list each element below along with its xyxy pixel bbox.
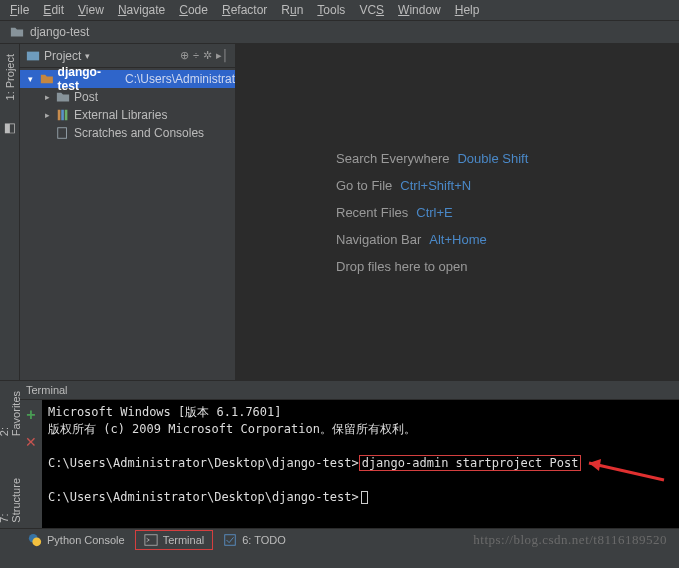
cursor-icon [361,491,368,504]
bottom-todo[interactable]: 6: TODO [215,531,294,549]
menu-help[interactable]: Help [449,2,486,18]
chevron-right-icon[interactable]: ▸ [42,110,52,120]
folder-icon [10,25,24,39]
project-tree: ▾ django-test C:\Users\Administrat ▸ Pos… [20,68,235,144]
svg-rect-4 [58,128,67,139]
status-bar: Python Console Terminal 6: TODO https://… [0,528,679,550]
highlighted-command: django-admin startproject Post [359,455,582,471]
chevron-right-icon[interactable]: ▸ [42,92,52,102]
watermark: https://blog.csdn.net/t8116189520 [473,532,667,548]
project-tool-window: Project ▾ ⊕ ÷ ✲ ▸│ ▾ django-test C:\User… [20,44,236,380]
scratch-icon [56,126,70,140]
menu-view[interactable]: View [72,2,110,18]
hint-goto: Go to FileCtrl+Shift+N [336,178,679,193]
tab-project[interactable]: 1: Project [2,48,18,106]
menu-refactor[interactable]: Refactor [216,2,273,18]
menu-window[interactable]: Window [392,2,447,18]
tree-root[interactable]: ▾ django-test C:\Users\Administrat [20,70,235,88]
tree-item-scratch[interactable]: Scratches and Consoles [20,124,235,142]
project-panel-header: Project ▾ ⊕ ÷ ✲ ▸│ [20,44,235,68]
divide-icon[interactable]: ÷ [193,49,199,62]
menu-run[interactable]: Run [275,2,309,18]
breadcrumb-project[interactable]: django-test [30,25,89,39]
tree-root-path: C:\Users\Administrat [125,72,235,86]
menu-file[interactable]: FFileile [4,2,35,18]
tree-root-name: django-test [58,65,121,93]
menu-navigate[interactable]: Navigate [112,2,171,18]
chevron-down-icon[interactable]: ▾ [26,74,36,84]
menu-vcs[interactable]: VCS [353,2,390,18]
breadcrumb: django-test [0,20,679,44]
library-icon [56,108,70,122]
tree-item-external[interactable]: ▸ External Libraries [20,106,235,124]
tab-structure-marker[interactable]: ◨ [0,116,19,143]
new-session-icon[interactable]: + [26,406,35,424]
bottom-terminal[interactable]: Terminal [135,530,214,550]
svg-rect-2 [61,110,64,121]
tree-label: Scratches and Consoles [74,126,204,140]
bottom-python-console[interactable]: Python Console [20,531,133,549]
svg-rect-3 [65,110,68,121]
terminal-output[interactable]: Microsoft Windows [版本 6.1.7601] 版权所有 (c)… [42,400,679,528]
menu-bar: FFileile Edit View Navigate Code Refacto… [0,0,679,20]
tab-structure[interactable]: 7: Structure [0,472,24,529]
gear-icon[interactable]: ✲ [203,49,212,62]
folder-icon [40,72,54,86]
tab-favorites[interactable]: 2: Favorites [0,385,24,442]
python-icon [28,533,42,547]
tree-item-post[interactable]: ▸ Post [20,88,235,106]
svg-rect-8 [225,534,236,545]
project-icon [26,49,40,63]
tree-label: External Libraries [74,108,167,122]
hint-navbar: Navigation BarAlt+Home [336,232,679,247]
terminal-icon [144,533,158,547]
chevron-down-icon[interactable]: ▾ [85,51,90,61]
menu-tools[interactable]: Tools [311,2,351,18]
svg-point-6 [32,537,41,546]
tree-label: Post [74,90,98,104]
hide-icon[interactable]: ▸│ [216,49,229,62]
svg-rect-7 [145,534,157,545]
todo-icon [223,533,237,547]
left-gutter: 1: Project ◨ [0,44,20,380]
svg-rect-1 [58,110,61,121]
folder-icon [56,90,70,104]
close-session-icon[interactable]: ✕ [25,434,37,450]
terminal-header: Terminal [20,381,679,400]
menu-code[interactable]: Code [173,2,214,18]
panel-title[interactable]: Project [44,49,81,63]
terminal-tool-window: 2: Favorites 7: Structure Terminal + ✕ M… [0,380,679,528]
menu-edit[interactable]: Edit [37,2,70,18]
hint-drop: Drop files here to open [336,259,679,274]
collapse-icon[interactable]: ⊕ [180,49,189,62]
terminal-title: Terminal [26,384,68,396]
editor-empty-state: Search EverywhereDouble Shift Go to File… [236,44,679,380]
svg-rect-0 [27,51,39,60]
hint-search: Search EverywhereDouble Shift [336,151,679,166]
hint-recent: Recent FilesCtrl+E [336,205,679,220]
